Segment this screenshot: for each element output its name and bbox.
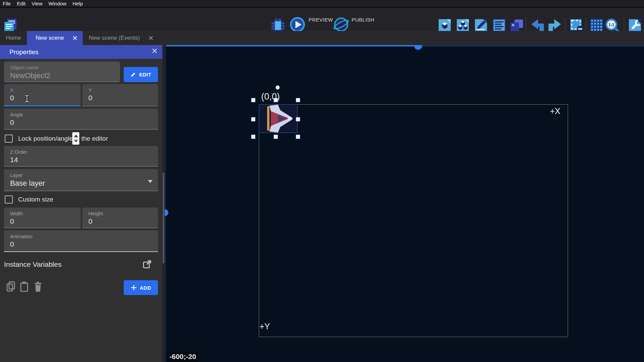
lock-position-checkbox[interactable] — [5, 135, 13, 143]
menu-help[interactable]: Help — [73, 1, 83, 6]
layer-label: Layer — [10, 172, 158, 178]
text-cursor-icon — [24, 95, 30, 103]
canvas-vertical-scrollbar[interactable] — [165, 45, 166, 362]
layer-dropdown[interactable]: Layer Base layer — [4, 169, 158, 191]
selection-handle-bottom-left[interactable] — [251, 135, 255, 139]
custom-size-label: Custom size — [18, 196, 53, 203]
object-name-field[interactable]: Object name NewObject2 — [4, 62, 120, 82]
layers-panel-icon — [509, 18, 524, 33]
selection-handle-top-right[interactable] — [296, 98, 300, 102]
tab-close-icon[interactable] — [149, 36, 153, 40]
selected-object-instance[interactable] — [259, 104, 297, 133]
object-groups-icon — [455, 18, 470, 33]
toolbar-separator — [565, 17, 565, 32]
height-field[interactable]: Height 0 — [82, 208, 158, 228]
copy-variable-icon[interactable] — [6, 281, 15, 293]
selection-handle-top-center[interactable] — [274, 98, 278, 102]
selection-handle-mid-left[interactable] — [251, 117, 255, 121]
pencil-icon — [130, 72, 136, 77]
tab-home-label: Home — [6, 35, 21, 41]
width-field[interactable]: Width 0 — [4, 208, 81, 228]
menu-edit[interactable]: Edit — [17, 1, 26, 6]
tab-new-scene-events[interactable]: New scene (Events) — [85, 31, 163, 45]
gdevelop-app: File Edit View Window Help — [0, 0, 644, 362]
axis-x-label: +X — [550, 106, 560, 116]
height-value: 0 — [88, 217, 158, 225]
angle-label: Angle — [10, 112, 158, 117]
preview-play-icon — [290, 17, 305, 32]
tab-new-scene[interactable]: New scene — [27, 31, 83, 45]
width-label: Width — [10, 211, 81, 216]
menu-file[interactable]: File — [3, 1, 11, 6]
add-variable-button[interactable]: ADD — [124, 280, 158, 295]
selection-handle-mid-right[interactable] — [296, 117, 300, 121]
selection-handle-bottom-center[interactable] — [274, 135, 278, 139]
project-settings-icon — [628, 18, 642, 33]
angle-field[interactable]: Angle 0 — [4, 109, 158, 130]
preview-button-label[interactable]: PREVIEW — [309, 8, 333, 31]
menu-view[interactable]: View — [32, 1, 42, 6]
tab-new-scene-label: New scene — [36, 35, 64, 41]
animation-field[interactable]: Animation 0 — [4, 230, 158, 252]
add-variable-label: ADD — [140, 285, 151, 291]
undo-icon — [530, 18, 545, 33]
rotation-handle[interactable] — [276, 85, 280, 89]
canvas-horizontal-scrollbar[interactable] — [165, 45, 644, 46]
canvas-vertical-scrollbar-handle[interactable] — [165, 209, 168, 216]
canvas-horizontal-scrollbar-fill — [165, 45, 418, 46]
delete-variable-icon[interactable] — [34, 281, 42, 293]
animation-value: 0 — [10, 240, 158, 248]
panel-scrollbar[interactable] — [162, 45, 165, 362]
edit-button[interactable]: EDIT — [124, 67, 158, 82]
selection-handle-top-left[interactable] — [251, 98, 255, 102]
custom-size-checkbox[interactable] — [5, 195, 13, 204]
y-position-field[interactable]: Y 0 — [82, 84, 158, 106]
debugger-icon — [271, 18, 285, 33]
toolbar-separator — [526, 17, 526, 32]
menu-window[interactable]: Window — [48, 1, 66, 6]
object-name-label: Object name — [10, 65, 120, 70]
tab-bar: Home New scene New scene (Events) — [0, 31, 644, 45]
preview-button[interactable] — [290, 17, 305, 32]
paste-variable-icon[interactable] — [19, 281, 29, 293]
properties-panel: Properties Object name NewObject2 EDIT X… — [0, 45, 162, 362]
main-toolbar: PREVIEW PUBLISH — [0, 8, 644, 31]
angle-value: 0 — [10, 118, 158, 126]
scene-canvas[interactable]: (0,0) +X +Y — [165, 45, 644, 362]
selection-handle-bottom-right[interactable] — [296, 135, 300, 139]
properties-panel-header: Properties — [0, 45, 162, 59]
instances-list-icon — [492, 18, 507, 33]
animation-label: Animation — [10, 233, 158, 239]
publish-button-label[interactable]: PUBLISH — [352, 8, 374, 31]
properties-panel-title: Properties — [9, 48, 39, 56]
svg-text:1:1: 1:1 — [608, 23, 614, 27]
publish-button[interactable] — [333, 17, 349, 32]
axis-y-label: +Y — [259, 322, 270, 331]
panel-scrollbar-thumb[interactable] — [163, 173, 164, 263]
x-position-label: X — [10, 87, 81, 93]
objects-panel-icon — [437, 18, 452, 33]
z-order-value: 14 — [10, 156, 158, 164]
x-position-field[interactable]: X 0 — [4, 84, 81, 106]
grid-icon — [589, 18, 604, 33]
layer-value: Base layer — [10, 179, 158, 188]
y-position-value: 0 — [88, 94, 158, 102]
instance-variables-title: Instance Variables — [4, 260, 62, 268]
zoom-1-1-icon: 1:1 — [605, 18, 619, 33]
toolbar-separator — [586, 17, 586, 32]
open-variables-editor-icon[interactable] — [143, 260, 152, 270]
edit-button-label: EDIT — [139, 72, 151, 77]
custom-size-row: Custom size — [4, 194, 53, 205]
close-panel-icon[interactable] — [152, 48, 157, 55]
tab-home[interactable]: Home — [0, 31, 27, 45]
chevron-down-icon[interactable] — [148, 180, 153, 183]
publish-globe-icon — [333, 17, 349, 32]
z-order-field[interactable]: Z Order 14 — [4, 146, 158, 167]
object-name-value: NewObject2 — [10, 71, 120, 80]
cursor-coordinates: -600;-20 — [167, 351, 199, 362]
canvas-horizontal-scrollbar-handle[interactable] — [414, 45, 422, 50]
toolbar-separator — [624, 17, 624, 32]
tab-close-icon[interactable] — [73, 36, 77, 40]
menu-bar: File Edit View Window Help — [0, 0, 644, 7]
redo-icon — [548, 18, 562, 33]
